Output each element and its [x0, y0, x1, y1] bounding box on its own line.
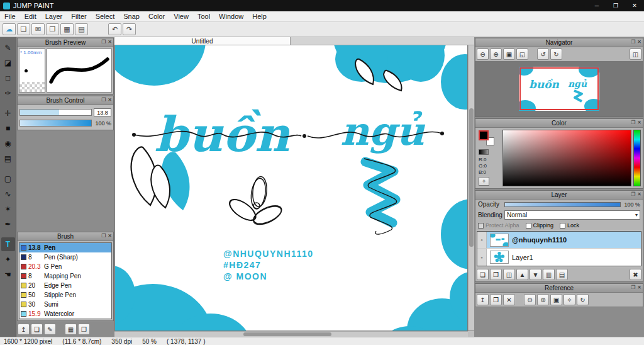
brush-list-item[interactable]: 20 Edge Pen — [19, 281, 111, 290]
clipping-checkbox[interactable] — [526, 223, 531, 229]
canvas-horizontal-scrollbar[interactable] — [114, 331, 468, 337]
canvas-vertical-scrollbar[interactable] — [468, 45, 474, 331]
panel-float-icon[interactable]: ❐ — [631, 285, 635, 290]
panel-float-icon[interactable]: ❐ — [631, 39, 635, 45]
undo-button[interactable]: ↶ — [108, 23, 121, 35]
brush-list-item[interactable]: 15.9 Watercolor — [19, 309, 111, 319]
layer-row[interactable]: ● Layer1 — [477, 249, 641, 266]
fill-rect-tool-icon[interactable]: ■ — [1, 122, 15, 135]
lasso-tool-icon[interactable]: ∿ — [1, 187, 15, 201]
shape-brush-tool-icon[interactable]: □ — [1, 71, 15, 85]
menu-edit[interactable]: Edit — [20, 11, 41, 21]
select-marquee-tool-icon[interactable]: ▢ — [1, 172, 15, 186]
flip-horizontal-icon[interactable]: ◫ — [630, 48, 641, 60]
panel-close-icon[interactable]: ✕ — [637, 39, 641, 45]
comment-icon[interactable]: ✉ — [31, 23, 45, 35]
color-header[interactable]: Color ❐ ✕ — [475, 119, 643, 128]
move-layer-up-icon[interactable]: ▲ — [516, 269, 528, 280]
zoom-in-icon[interactable]: ⊕ — [490, 48, 502, 60]
brush-opacity-slider[interactable] — [19, 120, 92, 127]
zoom-100-icon[interactable]: ◱ — [516, 48, 528, 60]
layer-header[interactable]: Layer ❐ ✕ — [475, 191, 643, 200]
delete-layer-icon[interactable]: ✖ — [630, 269, 641, 280]
layer-opacity-slider[interactable] — [504, 202, 621, 207]
panel-float-icon[interactable]: ❐ — [101, 39, 106, 45]
close-button[interactable]: ✕ — [625, 0, 644, 11]
zoom-fit-icon[interactable]: ▣ — [503, 48, 515, 60]
cloud-save-icon[interactable]: ☁ — [3, 23, 16, 35]
menu-tool[interactable]: Tool — [193, 11, 214, 21]
brush-list-item[interactable]: 30 Sumi — [19, 300, 111, 309]
maximize-button[interactable]: ❐ — [606, 0, 625, 11]
layer-visibility-icon[interactable]: ● — [477, 232, 487, 248]
saturation-value-picker[interactable] — [502, 130, 631, 186]
eraser-tool-icon[interactable]: ◪ — [1, 56, 15, 70]
text-tool-icon[interactable]: T — [1, 237, 15, 251]
vertical-scroll-thumb[interactable] — [469, 108, 474, 247]
gradient-preview[interactable] — [479, 149, 489, 155]
reference-zoom-out-icon[interactable]: ⊖ — [524, 294, 536, 305]
panel-close-icon[interactable]: ✕ — [108, 39, 112, 45]
window-layout-icon[interactable]: ❐ — [46, 23, 59, 35]
open-brush-icon[interactable]: ❐ — [78, 324, 90, 335]
brush-control-header[interactable]: Brush Control ❐ ✕ — [18, 96, 113, 105]
pen-tool-icon[interactable]: ✎ — [1, 41, 15, 55]
magic-wand-tool-icon[interactable]: ✶ — [1, 202, 15, 216]
dip-pen-tool-icon[interactable]: ✑ — [1, 86, 15, 100]
gradient-tool-icon[interactable]: ▤ — [1, 152, 15, 166]
upload-brush-icon[interactable]: ↥ — [18, 324, 30, 335]
select-pen-tool-icon[interactable]: ✒ — [1, 217, 15, 231]
open-reference-icon[interactable]: ❐ — [490, 294, 502, 305]
rotate-ccw-icon[interactable]: ↺ — [537, 48, 549, 60]
reference-rotate-icon[interactable]: ↻ — [577, 294, 589, 305]
brush-preview-header[interactable]: Brush Preview ❐ ✕ — [18, 38, 113, 47]
foreground-color-swatch[interactable] — [479, 130, 489, 140]
brush-size-slider[interactable] — [19, 109, 92, 116]
panel-float-icon[interactable]: ❐ — [101, 233, 106, 239]
menu-layer[interactable]: Layer — [41, 11, 67, 21]
eyedropper-icon[interactable]: ✧ — [479, 177, 489, 186]
materials-icon[interactable]: ▤ — [75, 23, 88, 35]
panel-close-icon[interactable]: ✕ — [637, 285, 641, 290]
bucket-tool-icon[interactable]: ◉ — [1, 137, 15, 150]
new-brush-icon[interactable]: ❏ — [31, 324, 43, 335]
navigator-header[interactable]: Navigator ❐ ✕ — [475, 38, 643, 47]
eyedropper-tool-icon[interactable]: ✦ — [1, 252, 15, 266]
brush-list-item[interactable]: 8 Mapping Pen — [19, 271, 111, 281]
brush-size-value[interactable]: 13.8 — [94, 108, 111, 116]
reference-zoom-fit-icon[interactable]: ▣ — [550, 294, 562, 305]
panel-float-icon[interactable]: ❐ — [101, 97, 106, 103]
export-icon[interactable]: ❏ — [17, 23, 30, 35]
brush-list-item[interactable]: 20.3 G Pen — [19, 262, 111, 271]
panel-close-icon[interactable]: ✕ — [637, 191, 641, 197]
panel-float-icon[interactable]: ❐ — [631, 120, 635, 125]
menu-snap[interactable]: Snap — [119, 11, 144, 21]
zoom-out-icon[interactable]: ⊖ — [477, 48, 489, 60]
duplicate-layer-icon[interactable]: ◫ — [503, 269, 515, 280]
move-tool-icon[interactable]: ✛ — [1, 106, 15, 120]
menu-help[interactable]: Help — [248, 11, 271, 21]
drawing-canvas[interactable]: buồn ngủ — [115, 45, 467, 331]
rotate-cw-icon[interactable]: ↻ — [550, 48, 562, 60]
layer-settings-icon[interactable]: ▤ — [556, 269, 568, 280]
reference-zoom-in-icon[interactable]: ⊕ — [537, 294, 549, 305]
document-tab[interactable]: Untitled — [114, 37, 291, 45]
import-reference-icon[interactable]: ↥ — [477, 294, 489, 305]
panel-close-icon[interactable]: ✕ — [637, 120, 641, 125]
menu-file[interactable]: File — [0, 11, 20, 21]
menu-color[interactable]: Color — [144, 11, 169, 21]
menu-window[interactable]: Window — [214, 11, 248, 21]
panel-close-icon[interactable]: ✕ — [108, 233, 112, 239]
brush-list-item[interactable]: 50 Stipple Pen — [19, 290, 111, 300]
redo-button[interactable]: ↷ — [123, 23, 136, 35]
edit-brush-icon[interactable]: ✎ — [44, 324, 56, 335]
add-layer-icon[interactable]: ❏ — [477, 269, 489, 280]
add-folder-icon[interactable]: ❐ — [490, 269, 502, 280]
menu-select[interactable]: Select — [91, 11, 119, 21]
merge-down-icon[interactable]: ▥ — [543, 269, 555, 280]
layer-row[interactable]: ● @nhuquynh1110 — [477, 232, 641, 249]
menu-view[interactable]: View — [169, 11, 193, 21]
hand-tool-icon[interactable]: ☚ — [1, 268, 15, 281]
panel-float-icon[interactable]: ❐ — [631, 191, 635, 197]
panel-grid-icon[interactable]: ▦ — [60, 23, 74, 35]
